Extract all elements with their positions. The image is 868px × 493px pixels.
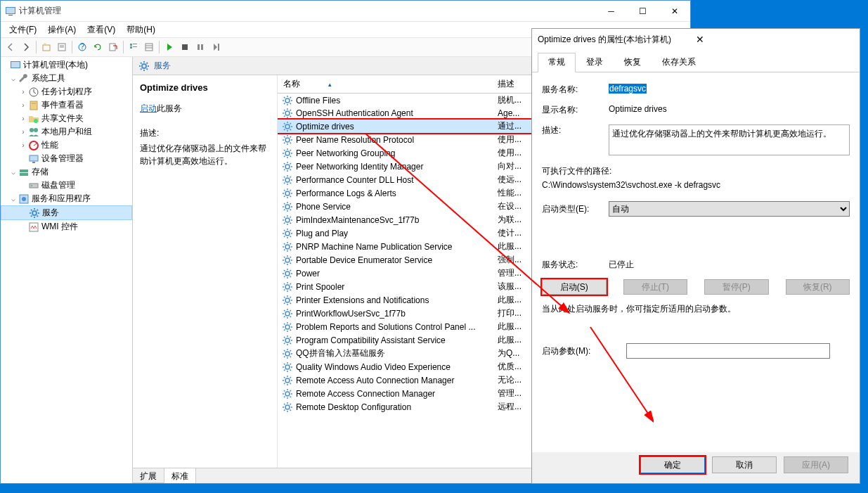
tree-item[interactable]: 任务计划程序 <box>41 86 92 98</box>
service-name: Offline Files <box>296 96 498 105</box>
cancel-button[interactable]: 取消 <box>712 456 777 473</box>
expander-icon[interactable]: ⌵ <box>9 75 18 82</box>
tree-item[interactable]: 存储 <box>32 166 48 178</box>
tree-item[interactable]: 服务和应用程序 <box>32 193 91 205</box>
perf-icon <box>28 140 39 151</box>
pause-icon[interactable] <box>193 40 207 54</box>
resume-button: 恢复(R) <box>786 279 850 295</box>
gear-icon <box>282 335 293 346</box>
dialog-tabs: 常规 登录 恢复 依存关系 <box>532 50 860 72</box>
desc-box[interactable]: 通过优化存储驱动器上的文件来帮助计算机更高效地运行。 <box>609 124 850 155</box>
expander-icon[interactable]: › <box>19 128 27 136</box>
svg-point-43 <box>285 124 290 129</box>
svg-point-35 <box>31 185 32 186</box>
service-desc: 为联... <box>498 214 522 226</box>
export-icon[interactable] <box>106 40 120 54</box>
tab-logon[interactable]: 登录 <box>576 53 614 72</box>
gear-icon <box>282 321 293 333</box>
play-icon[interactable] <box>162 40 176 54</box>
svg-point-63 <box>285 392 290 396</box>
expander-icon[interactable]: ⌵ <box>9 168 18 176</box>
col-desc[interactable]: 描述 <box>492 75 520 93</box>
tree-item[interactable]: 性能 <box>41 139 58 151</box>
tree-item[interactable]: 磁盘管理 <box>41 179 75 191</box>
tree-item[interactable]: 共享文件夹 <box>41 113 84 124</box>
tab-recovery[interactable]: 恢复 <box>614 53 652 72</box>
expander-icon[interactable]: › <box>19 115 27 122</box>
tab-general[interactable]: 常规 <box>538 53 576 72</box>
menu-help[interactable]: 帮助(H) <box>121 22 161 37</box>
gear-icon <box>282 201 293 212</box>
tree-item[interactable]: 事件查看器 <box>41 99 84 111</box>
clock-icon <box>28 87 39 98</box>
tab-extended[interactable]: 扩展 <box>133 468 164 483</box>
svg-point-47 <box>285 178 290 182</box>
menu-action[interactable]: 操作(A) <box>42 22 82 37</box>
refresh-icon[interactable] <box>91 40 105 54</box>
detail-panel: Optimize drives 启动此服务 描述: 通过优化存储驱动器上的文件来… <box>133 75 277 468</box>
dialog-close-button[interactable]: ✕ <box>690 34 854 45</box>
menu-view[interactable]: 查看(V) <box>82 22 121 37</box>
param-input[interactable] <box>626 343 830 359</box>
forward-button[interactable] <box>19 40 33 54</box>
start-link[interactable]: 启动 <box>140 103 157 113</box>
path-value: C:\Windows\system32\svchost.exe -k defra… <box>542 180 850 190</box>
maximize-button[interactable]: ☐ <box>627 1 659 21</box>
service-desc: 此服... <box>498 294 522 306</box>
svg-rect-18 <box>197 44 200 50</box>
desc-text: 通过优化存储驱动器上的文件来帮助计算机更高效地运行。 <box>140 142 270 167</box>
expander-icon[interactable]: › <box>19 101 27 109</box>
svg-point-46 <box>285 165 290 169</box>
expander-icon[interactable]: ⌵ <box>9 195 18 203</box>
service-desc: 使计... <box>498 227 522 239</box>
help-icon[interactable]: ? <box>75 40 89 54</box>
folder-share-icon <box>28 113 39 124</box>
svg-point-40 <box>142 64 146 68</box>
tree-item-services[interactable]: 服务 <box>1 205 132 220</box>
menu-file[interactable]: 文件(F) <box>4 22 42 37</box>
tree-item[interactable]: 本地用户和组 <box>41 126 92 138</box>
svg-rect-17 <box>182 44 188 50</box>
service-desc: 此服... <box>498 334 522 346</box>
svg-point-57 <box>285 312 290 316</box>
close-button[interactable]: ✕ <box>659 1 690 21</box>
svg-point-62 <box>285 378 290 383</box>
service-name: PrintWorkflowUserSvc_1f77b <box>296 309 498 319</box>
disp-name-value: Optimize drives <box>609 104 850 114</box>
expander-icon[interactable]: › <box>19 141 27 149</box>
startup-select[interactable]: 自动 <box>609 201 850 217</box>
service-title: Optimize drives <box>140 82 270 93</box>
view-detail-icon[interactable] <box>142 40 156 54</box>
svg-rect-39 <box>30 223 38 231</box>
tree-panel[interactable]: 计算机管理(本地) ⌵系统工具 ›任务计划程序 ›事件查看器 ›共享文件夹 ›本… <box>1 57 133 483</box>
wrench-icon <box>18 73 30 84</box>
col-name[interactable]: 名称▴ <box>278 75 492 93</box>
tab-standard[interactable]: 标准 <box>164 468 196 483</box>
svg-rect-9 <box>110 44 115 51</box>
tab-deps[interactable]: 依存关系 <box>652 53 706 72</box>
svg-point-41 <box>285 98 290 103</box>
tree-item[interactable]: 设备管理器 <box>41 153 84 165</box>
up-icon[interactable] <box>39 40 53 54</box>
ok-button[interactable]: 确定 <box>640 456 705 473</box>
svg-rect-22 <box>11 62 20 68</box>
svc-name-value[interactable]: defragsvc <box>609 84 647 94</box>
stop-icon[interactable] <box>178 40 192 54</box>
restart-icon[interactable] <box>209 40 223 54</box>
svg-point-49 <box>285 205 290 209</box>
properties-icon[interactable] <box>55 40 69 54</box>
view-list-icon[interactable] <box>127 40 141 54</box>
service-desc: 该服... <box>498 281 522 293</box>
tree-item[interactable]: 系统工具 <box>32 72 65 84</box>
svg-rect-30 <box>30 155 38 161</box>
svg-rect-11 <box>130 46 132 49</box>
start-button[interactable]: 启动(S) <box>542 279 607 295</box>
expander-icon[interactable]: › <box>19 88 27 96</box>
minimize-button[interactable]: ─ <box>595 1 627 21</box>
service-name: Plug and Play <box>296 229 498 238</box>
tree-root[interactable]: 计算机管理(本地) <box>23 59 88 71</box>
users-icon <box>28 127 39 138</box>
svg-point-45 <box>285 151 290 155</box>
back-button[interactable] <box>4 40 18 54</box>
tree-item[interactable]: WMI 控件 <box>41 221 78 233</box>
